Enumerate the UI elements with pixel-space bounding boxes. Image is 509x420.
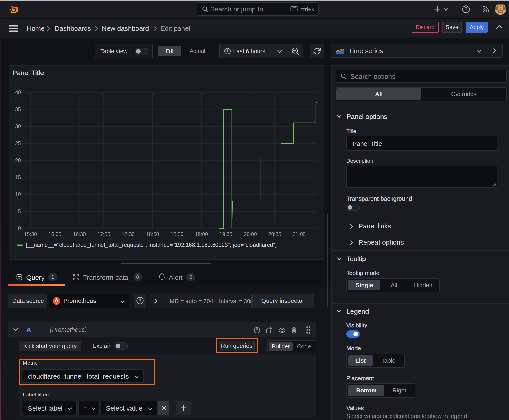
svg-text:10: 10	[15, 192, 21, 197]
svg-text:20: 20	[15, 158, 21, 163]
svg-text:0: 0	[18, 225, 21, 231]
svg-text:25: 25	[15, 141, 21, 146]
svg-text:18:00: 18:00	[146, 231, 159, 237]
svg-text:19:30: 19:30	[219, 231, 232, 237]
svg-text:20:30: 20:30	[268, 231, 281, 237]
svg-text:5: 5	[18, 209, 21, 214]
svg-text:{__name__="cloudflared_tunnel_: {__name__="cloudflared_tunnel_total_requ…	[26, 242, 277, 248]
svg-text:18:30: 18:30	[171, 231, 183, 237]
svg-text:30: 30	[15, 124, 21, 129]
svg-text:19:00: 19:00	[195, 231, 208, 237]
svg-text:40: 40	[15, 90, 21, 95]
svg-text:17:30: 17:30	[122, 231, 135, 237]
svg-text:16:00: 16:00	[48, 231, 61, 237]
svg-text:15:30: 15:30	[24, 231, 37, 237]
svg-text:15: 15	[15, 174, 21, 180]
svg-text:16:30: 16:30	[73, 231, 86, 237]
svg-text:21:00: 21:00	[293, 231, 306, 237]
svg-text:35: 35	[15, 106, 21, 112]
svg-text:20:00: 20:00	[244, 231, 257, 237]
svg-text:17:00: 17:00	[97, 231, 110, 237]
